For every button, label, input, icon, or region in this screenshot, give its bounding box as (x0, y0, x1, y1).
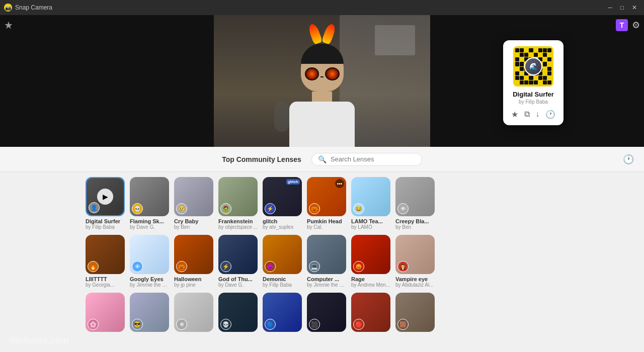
lens-item[interactable]: 😈Demonicby Filip Baba (263, 235, 302, 288)
lens-favorite-button[interactable]: ★ (511, 110, 518, 119)
lens-name: Cry Baby (174, 218, 213, 224)
lens-item[interactable]: 😂LAMO Tea...by LAMO (351, 177, 390, 230)
lens-item[interactable]: ⚡glitchglitchby atv_suplex (263, 177, 302, 230)
lens-name: Frankenstein (218, 218, 258, 224)
lens-thumbnail: 🔵 (263, 293, 302, 332)
title-bar-text: Snap Camera (15, 4, 52, 11)
lens-name: Pumkin Head (307, 218, 346, 224)
lens-thumbnail: 😈 (263, 235, 302, 274)
lens-item[interactable]: 😢Cry Babyby Ben (174, 177, 213, 230)
search-input-wrap: 🔍 (311, 153, 422, 166)
creator-avatar: 👁 (397, 203, 409, 214)
qr-cell (534, 48, 538, 52)
minimize-button[interactable]: ─ (605, 3, 615, 12)
close-button[interactable]: ✕ (629, 3, 640, 12)
search-input[interactable] (331, 155, 411, 163)
qr-cell (543, 76, 547, 80)
settings-icon[interactable]: ⚙ (632, 20, 640, 31)
lens-thumbnail: 🔥 (86, 235, 125, 274)
lens-history-button[interactable]: 🕐 (545, 110, 555, 119)
qr-cell (524, 80, 528, 84)
qr-cell (524, 48, 528, 52)
lens-more-button[interactable]: ••• (335, 179, 344, 188)
lens-creator-avatar: 🌊 (524, 57, 542, 75)
qr-cell (515, 53, 519, 57)
lens-item[interactable]: 🌸 (86, 293, 125, 332)
qr-cell (543, 48, 547, 52)
favorite-button[interactable]: ★ (4, 19, 13, 31)
glasses (305, 67, 340, 80)
lens-thumbnail: 👁 (130, 235, 169, 274)
history-icon[interactable]: 🕐 (623, 154, 634, 165)
maximize-button[interactable]: □ (617, 3, 627, 12)
lens-name: Flaming Sk... (130, 218, 169, 224)
qr-cell (515, 48, 519, 52)
lens-author: by Dave G. (218, 282, 258, 288)
qr-cell (543, 67, 547, 71)
lens-item[interactable]: ⬛ (307, 293, 346, 332)
lens-author: by Ben (174, 224, 213, 230)
creator-avatar: ⚡ (220, 261, 231, 272)
lens-thumbnail: ⚡ (218, 235, 258, 274)
qr-cell (520, 53, 524, 57)
lens-download-button[interactable]: ↓ (535, 110, 539, 119)
title-bar-controls: ─ □ ✕ (605, 3, 640, 12)
lens-thumbnail: 😎 (130, 293, 169, 332)
title-bar: 📷 Snap Camera ─ □ ✕ (0, 0, 644, 15)
twitch-icon[interactable]: T (616, 19, 628, 31)
person-head (301, 46, 344, 92)
lens-author: by Jimmie the Wow (307, 282, 346, 288)
lens-thumbnail: 😢 (174, 177, 213, 216)
qr-cell (520, 67, 524, 71)
lens-item[interactable]: ❄ (174, 293, 213, 332)
lens-row-2: 🔥LIIITTTTby Georgia...👁Googly Eyesby Jim… (86, 235, 558, 288)
title-bar-left: 📷 Snap Camera (4, 4, 52, 12)
creator-avatar: 💀 (132, 203, 143, 214)
lens-item[interactable]: 🔴 (351, 293, 390, 332)
qr-code: 🌊 (513, 46, 553, 86)
lens-item[interactable]: 👁Googly Eyesby Jimmie the Wow (130, 235, 169, 288)
camera-person (289, 46, 355, 147)
lens-row-1: ▶👤Digital Surferby Filip Baba💀Flaming Sk… (86, 177, 558, 230)
creator-avatar: 💻 (309, 261, 320, 272)
lens-item[interactable]: 💀Flaming Sk...by Dave G. (130, 177, 169, 230)
qr-cell (529, 76, 533, 80)
lens-item[interactable]: 😡Rageby Andrew Men... (351, 235, 390, 288)
qr-cell (520, 57, 524, 61)
camera-area: ★ T ⚙ 🌊 Digital Surfer by Filip Baba ★ (0, 15, 644, 147)
microphone (274, 102, 289, 132)
lens-item[interactable]: 🟫 (395, 293, 435, 332)
creator-avatar: 😡 (353, 261, 364, 272)
lens-name: LAMO Tea... (351, 218, 390, 224)
creator-avatar: 😢 (176, 203, 187, 214)
lens-name: Computer ... (307, 276, 346, 282)
lens-thumbnail: 😂 (351, 177, 390, 216)
lens-item[interactable]: ▶👤Digital Surferby Filip Baba (86, 177, 125, 230)
lens-item[interactable]: 💻Computer ...by Jimmie the Wow (307, 235, 346, 288)
lens-item[interactable]: 🔵 (263, 293, 302, 332)
lens-name: Vampire eye (395, 276, 435, 282)
lens-thumbnail: 💀 (218, 293, 258, 332)
person-torso (289, 102, 355, 147)
search-area: Top Community Lenses 🔍 🕐 (0, 147, 644, 172)
lens-item[interactable]: 🎃Halloweenby jp pine (174, 235, 213, 288)
creator-avatar: 🎃 (309, 203, 320, 214)
creator-avatar: 🔴 (353, 319, 364, 330)
lens-item[interactable]: 🧟Frankensteinby objectspace ... (218, 177, 258, 230)
lens-name: Halloween (174, 276, 213, 282)
flame-right (321, 23, 337, 45)
lens-item[interactable]: 😎 (130, 293, 169, 332)
lens-card-author: by Filip Baba (508, 99, 558, 105)
qr-cell (538, 76, 542, 80)
lens-item[interactable]: ⚡God of Thu...by Dave G. (218, 235, 258, 288)
lens-copy-button[interactable]: ⧉ (524, 110, 530, 119)
lens-author: by Jimmie the Wow (130, 282, 169, 288)
lens-item[interactable]: 🎃•••Pumkin Headby Cal. (307, 177, 346, 230)
lens-item[interactable]: 💀 (218, 293, 258, 332)
creator-avatar: 🔵 (265, 319, 276, 330)
lens-item[interactable]: 🔥LIIITTTTby Georgia... (86, 235, 125, 288)
lens-item[interactable]: 👁Creepy Bla...by Ben (395, 177, 435, 230)
lens-item[interactable]: 🧛Vampire eyeby Abdulaziz Al... (395, 235, 435, 288)
qr-cell (547, 80, 551, 84)
lens-author: by Andrew Men... (351, 282, 390, 288)
